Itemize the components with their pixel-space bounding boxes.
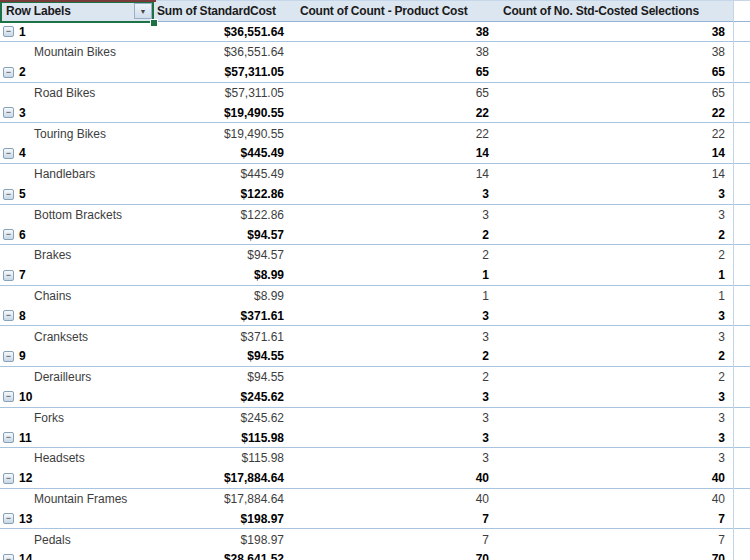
collapse-icon[interactable]: − [3,270,14,281]
row-label-cell[interactable]: Mountain Frames [0,489,155,509]
count-selections-cell[interactable]: 3 [498,390,733,404]
header-count-product-cost[interactable]: Count of Count - Product Cost [296,1,498,21]
standardcost-cell[interactable]: $371.61 [155,330,296,344]
count-product-cost-cell[interactable]: 3 [296,411,498,425]
row-label-cell[interactable]: −2 [0,63,155,82]
count-product-cost-cell[interactable]: 1 [296,289,498,303]
standardcost-cell[interactable]: $36,551.64 [155,45,296,59]
row-label-cell[interactable]: Mountain Bikes [0,42,155,62]
count-product-cost-cell[interactable]: 2 [296,370,498,384]
count-product-cost-cell[interactable]: 2 [296,248,498,262]
row-label-cell[interactable]: −8 [0,306,155,325]
count-selections-cell[interactable]: 2 [498,228,733,242]
collapse-icon[interactable]: − [3,391,14,402]
count-product-cost-cell[interactable]: 3 [296,309,498,323]
row-label-cell[interactable]: Chains [0,286,155,306]
standardcost-cell[interactable]: $17,884.64 [155,471,296,485]
standardcost-cell[interactable]: $19,490.55 [155,106,296,120]
standardcost-cell[interactable]: $122.86 [155,208,296,222]
collapse-icon[interactable]: − [3,432,14,443]
count-product-cost-cell[interactable]: 3 [296,187,498,201]
count-selections-cell[interactable]: 14 [498,146,733,160]
standardcost-cell[interactable]: $94.57 [155,248,296,262]
count-product-cost-cell[interactable]: 3 [296,208,498,222]
count-product-cost-cell[interactable]: 40 [296,492,498,506]
count-selections-cell[interactable]: 3 [498,208,733,222]
row-label-cell[interactable]: −12 [0,469,155,488]
row-label-cell[interactable]: −11 [0,428,155,447]
standardcost-cell[interactable]: $445.49 [155,146,296,160]
collapse-icon[interactable]: − [3,310,14,321]
collapse-icon[interactable]: − [3,67,14,78]
count-product-cost-cell[interactable]: 7 [296,533,498,547]
count-product-cost-cell[interactable]: 7 [296,512,498,526]
row-label-cell[interactable]: −5 [0,184,155,203]
row-label-cell[interactable]: Pedals [0,529,155,549]
standardcost-cell[interactable]: $57,311.05 [155,86,296,100]
standardcost-cell[interactable]: $122.86 [155,187,296,201]
standardcost-cell[interactable]: $94.57 [155,228,296,242]
standardcost-cell[interactable]: $198.97 [155,512,296,526]
standardcost-cell[interactable]: $8.99 [155,268,296,282]
row-label-cell[interactable]: −10 [0,387,155,406]
standardcost-cell[interactable]: $371.61 [155,309,296,323]
count-selections-cell[interactable]: 22 [498,127,733,141]
count-product-cost-cell[interactable]: 3 [296,431,498,445]
count-product-cost-cell[interactable]: 14 [296,146,498,160]
count-selections-cell[interactable]: 70 [498,552,733,560]
row-label-cell[interactable]: Touring Bikes [0,123,155,143]
count-product-cost-cell[interactable]: 22 [296,127,498,141]
collapse-icon[interactable]: − [3,554,14,560]
standardcost-cell[interactable]: $36,551.64 [155,25,296,39]
count-selections-cell[interactable]: 3 [498,330,733,344]
count-product-cost-cell[interactable]: 22 [296,106,498,120]
row-label-cell[interactable]: −4 [0,144,155,163]
standardcost-cell[interactable]: $198.97 [155,533,296,547]
count-selections-cell[interactable]: 3 [498,309,733,323]
row-label-cell[interactable]: Forks [0,408,155,428]
collapse-icon[interactable]: − [3,148,14,159]
selection-fill-handle[interactable] [150,19,158,27]
standardcost-cell[interactable]: $94.55 [155,370,296,384]
count-product-cost-cell[interactable]: 40 [296,471,498,485]
collapse-icon[interactable]: − [3,513,14,524]
row-label-cell[interactable]: −1 [0,22,155,41]
standardcost-cell[interactable]: $115.98 [155,431,296,445]
count-selections-cell[interactable]: 3 [498,411,733,425]
count-selections-cell[interactable]: 2 [498,349,733,363]
standardcost-cell[interactable]: $28,641.52 [155,552,296,560]
row-label-cell[interactable]: Cranksets [0,326,155,346]
collapse-icon[interactable]: − [3,107,14,118]
count-product-cost-cell[interactable]: 1 [296,268,498,282]
count-selections-cell[interactable]: 2 [498,370,733,384]
collapse-icon[interactable]: − [3,351,14,362]
count-selections-cell[interactable]: 65 [498,65,733,79]
standardcost-cell[interactable]: $19,490.55 [155,127,296,141]
row-label-cell[interactable]: −9 [0,347,155,366]
standardcost-cell[interactable]: $245.62 [155,390,296,404]
count-selections-cell[interactable]: 14 [498,167,733,181]
standardcost-cell[interactable]: $17,884.64 [155,492,296,506]
collapse-icon[interactable]: − [3,473,14,484]
standardcost-cell[interactable]: $57,311.05 [155,65,296,79]
count-selections-cell[interactable]: 1 [498,268,733,282]
count-selections-cell[interactable]: 1 [498,289,733,303]
count-selections-cell[interactable]: 40 [498,471,733,485]
count-selections-cell[interactable]: 3 [498,187,733,201]
count-product-cost-cell[interactable]: 2 [296,349,498,363]
standardcost-cell[interactable]: $8.99 [155,289,296,303]
count-product-cost-cell[interactable]: 38 [296,25,498,39]
count-selections-cell[interactable]: 38 [498,25,733,39]
header-sum-standardcost[interactable]: Sum of StandardCost [155,1,296,21]
row-label-cell[interactable]: Derailleurs [0,367,155,387]
count-selections-cell[interactable]: 7 [498,512,733,526]
row-label-cell[interactable]: −3 [0,103,155,122]
collapse-icon[interactable]: − [3,229,14,240]
row-label-cell[interactable]: Bottom Brackets [0,205,155,225]
count-product-cost-cell[interactable]: 65 [296,86,498,100]
count-selections-cell[interactable]: 7 [498,533,733,547]
count-selections-cell[interactable]: 2 [498,248,733,262]
header-count-selections[interactable]: Count of No. Std-Costed Selections [498,1,733,21]
row-label-cell[interactable]: −14 [0,550,155,560]
standardcost-cell[interactable]: $115.98 [155,451,296,465]
